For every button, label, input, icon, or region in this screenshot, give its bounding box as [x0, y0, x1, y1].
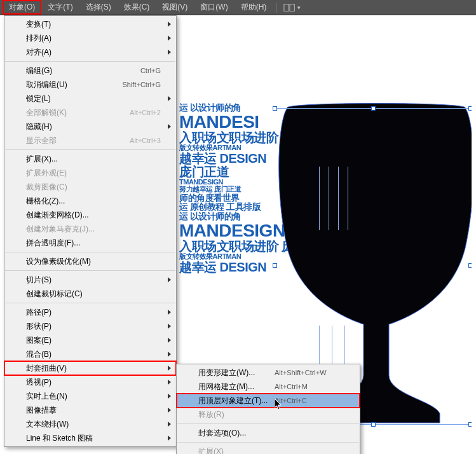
object-menu-item[interactable]: 隐藏(H)	[4, 120, 176, 134]
menu-item-shortcut: Shift+Ctrl+G	[122, 81, 161, 88]
object-menu-item[interactable]: 扩展(X)...	[4, 152, 176, 166]
menu-item-label: 实时上色(N)	[26, 391, 161, 402]
submenu-arrow-icon	[168, 338, 171, 343]
object-menu-item[interactable]: 形状(P)	[4, 319, 176, 333]
menubar: 对象(O) 文字(T) 选择(S) 效果(C) 视图(V) 窗口(W) 帮助(H…	[0, 0, 476, 15]
envelope-submenu-item[interactable]: 用变形建立(W)...Alt+Shift+Ctrl+W	[177, 366, 360, 380]
dropdown-chevron-icon[interactable]: ▾	[297, 4, 301, 11]
menu-item-shortcut: Alt+Ctrl+C	[275, 397, 344, 404]
object-menu-item: 扩展外观(E)	[4, 166, 176, 180]
guide-line	[332, 326, 332, 364]
menubar-item-effect[interactable]: 效果(C)	[118, 0, 156, 15]
object-menu-item[interactable]: 对齐(A)	[4, 45, 176, 59]
menu-item-label: 栅格化(Z)...	[26, 196, 161, 207]
arrange-documents-icon[interactable]	[283, 3, 296, 12]
selection-handle[interactable]	[273, 106, 277, 111]
envelope-submenu-separator	[177, 442, 359, 443]
menu-item-label: 排列(A)	[26, 33, 161, 44]
envelope-submenu-item[interactable]: 封套选项(O)...	[177, 426, 360, 440]
selection-handle[interactable]	[468, 422, 472, 427]
menubar-item-select[interactable]: 选择(S)	[79, 0, 118, 15]
submenu-arrow-icon	[168, 352, 171, 357]
menu-item-label: 设为像素级优化(M)	[26, 256, 161, 267]
submenu-arrow-icon	[168, 96, 171, 101]
object-menu-item[interactable]: 切片(S)	[4, 273, 176, 287]
object-menu-item[interactable]: 栅格化(Z)...	[4, 194, 176, 208]
object-menu-separator	[5, 303, 175, 303]
menu-item-label: 显示全部	[26, 135, 130, 146]
object-menu-item[interactable]: 拼合透明度(F)...	[4, 236, 176, 250]
selection-handle[interactable]	[468, 263, 472, 268]
submenu-arrow-icon	[168, 22, 171, 27]
object-menu-item[interactable]: 图案(E)	[4, 333, 176, 347]
envelope-distort-submenu: 用变形建立(W)...Alt+Shift+Ctrl+W用网格建立(M)...Al…	[176, 364, 360, 454]
envelope-submenu-item[interactable]: 用网格建立(M)...Alt+Ctrl+M	[177, 380, 360, 394]
menu-item-label: 封套扭曲(V)	[26, 363, 161, 374]
submenu-arrow-icon	[168, 436, 171, 441]
menu-item-label: 切片(S)	[26, 275, 161, 285]
object-menu-separator	[5, 252, 175, 252]
guide-line	[329, 167, 329, 230]
menu-item-label: 释放(R)	[198, 409, 344, 420]
object-menu-item[interactable]: 透视(P)	[4, 375, 176, 389]
menu-item-label: Line 和 Sketch 图稿	[26, 433, 161, 444]
object-menu-item[interactable]: 编组(G)Ctrl+G	[4, 64, 176, 78]
guide-line	[319, 326, 320, 364]
menu-item-label: 用顶层对象建立(T)...	[198, 396, 275, 406]
selection-handle[interactable]	[273, 263, 277, 268]
envelope-submenu-item: 释放(R)	[177, 408, 360, 422]
menu-item-label: 混合(B)	[26, 349, 161, 360]
object-menu-item[interactable]: 设为像素级优化(M)	[4, 254, 176, 268]
envelope-submenu-item[interactable]: 用顶层对象建立(T)...Alt+Ctrl+C	[177, 394, 360, 408]
menu-item-label: 文本绕排(W)	[26, 419, 161, 430]
envelope-submenu-separator	[177, 423, 359, 424]
svg-rect-1	[290, 4, 294, 11]
submenu-arrow-icon	[168, 324, 171, 329]
menu-item-label: 编组(G)	[26, 65, 140, 76]
submenu-arrow-icon	[168, 408, 171, 413]
svg-rect-0	[284, 4, 289, 11]
object-menu-item[interactable]: 实时上色(N)	[4, 389, 176, 403]
submenu-arrow-icon	[168, 50, 171, 55]
guide-line	[344, 326, 345, 364]
menu-item-shortcut: Ctrl+G	[140, 67, 161, 74]
menubar-item-type[interactable]: 文字(T)	[41, 0, 79, 15]
menu-item-label: 创建渐变网格(D)...	[26, 210, 161, 221]
object-menu-item[interactable]: 变换(T)	[4, 17, 176, 31]
menu-item-label: 取消编组(U)	[26, 79, 122, 90]
object-menu-item[interactable]: 锁定(L)	[4, 92, 176, 106]
selection-handle[interactable]	[371, 422, 376, 427]
object-menu-item[interactable]: 排列(A)	[4, 31, 176, 45]
object-menu-item[interactable]: 创建渐变网格(D)...	[4, 208, 176, 222]
menu-item-label: 拼合透明度(F)...	[26, 238, 161, 249]
menu-item-label: 变换(T)	[26, 19, 161, 30]
menubar-item-help[interactable]: 帮助(H)	[235, 0, 273, 15]
selection-handle[interactable]	[468, 106, 472, 111]
menubar-item-window[interactable]: 窗口(W)	[194, 0, 234, 15]
selection-handle[interactable]	[371, 106, 376, 111]
menu-item-label: 对齐(A)	[26, 47, 161, 58]
menu-item-label: 用变形建立(W)...	[198, 368, 275, 378]
submenu-arrow-icon	[168, 366, 171, 371]
menubar-item-view[interactable]: 视图(V)	[156, 0, 194, 15]
menu-item-label: 图像描摹	[26, 405, 161, 416]
object-menu-item[interactable]: Line 和 Sketch 图稿	[4, 431, 176, 445]
submenu-arrow-icon	[168, 394, 171, 399]
object-menu-item[interactable]: 文本绕排(W)	[4, 417, 176, 431]
object-menu-item[interactable]: 创建裁切标记(C)	[4, 287, 176, 301]
menu-item-label: 锁定(L)	[26, 93, 161, 104]
object-menu-item[interactable]: 混合(B)	[4, 347, 176, 361]
submenu-arrow-icon	[168, 277, 171, 282]
menu-item-label: 封套选项(O)...	[198, 428, 344, 439]
menu-item-label: 扩展外观(E)	[26, 168, 161, 179]
object-menu-item: 全部解锁(K)Alt+Ctrl+2	[4, 106, 176, 120]
submenu-arrow-icon	[168, 380, 171, 385]
menu-item-label: 扩展(X)	[198, 446, 344, 455]
object-menu-item: 创建对象马赛克(J)...	[4, 222, 176, 236]
menu-item-label: 创建裁切标记(C)	[26, 289, 161, 299]
object-menu-item[interactable]: 路径(P)	[4, 305, 176, 319]
object-menu-item[interactable]: 封套扭曲(V)	[4, 361, 176, 375]
object-menu-item[interactable]: 图像描摹	[4, 403, 176, 417]
object-menu-item[interactable]: 取消编组(U)Shift+Ctrl+G	[4, 78, 176, 92]
menubar-item-object[interactable]: 对象(O)	[3, 0, 41, 15]
